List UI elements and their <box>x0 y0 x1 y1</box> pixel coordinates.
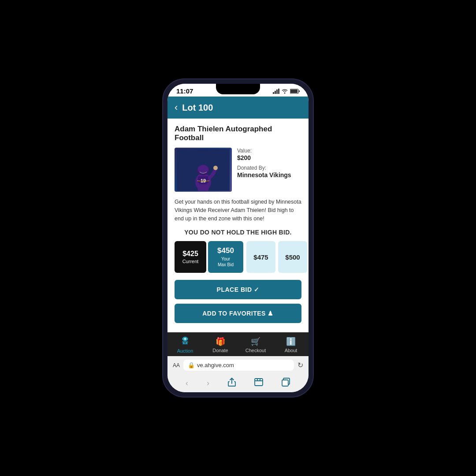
value-label: Value: <box>237 148 301 154</box>
browser-share-button[interactable] <box>228 378 236 389</box>
player-image: 19 <box>177 149 230 191</box>
back-button[interactable]: ‹ <box>175 102 178 113</box>
phone-frame: 11:07 <box>163 79 313 397</box>
browser-bookmarks-button[interactable] <box>254 378 263 389</box>
donate-icon: 🎁 <box>216 337 225 346</box>
svg-rect-1 <box>275 91 276 94</box>
bid-options: $425 Current $450 YourMax Bid $475 $500 … <box>175 241 301 273</box>
browser-tabs-button[interactable] <box>282 378 290 389</box>
checkout-nav-label: Checkout <box>245 348 266 353</box>
nav-item-checkout[interactable]: 🛒 Checkout <box>242 337 269 353</box>
svg-rect-15 <box>255 379 263 386</box>
bottom-nav: Auction 🎁 Donate 🛒 Checkout ℹ️ About <box>167 332 309 356</box>
bid-option-2[interactable]: $500 <box>278 241 307 273</box>
svg-point-13 <box>198 165 208 174</box>
browser-url-bar[interactable]: 🔒 ve.ahgive.com <box>183 360 294 371</box>
browser-reload-button[interactable]: ↻ <box>298 361 303 369</box>
battery-icon <box>290 89 300 94</box>
item-description: Get your hands on this football signed b… <box>175 198 301 223</box>
item-value: $200 <box>237 154 301 161</box>
add-favorites-label: ADD TO FAVORITES ♟ <box>202 310 274 317</box>
svg-rect-3 <box>278 89 279 94</box>
item-details: 19 <box>175 148 301 192</box>
nav-item-auction[interactable]: Auction <box>172 336 198 353</box>
about-icon: ℹ️ <box>286 337 296 346</box>
browser-back-button[interactable]: ‹ <box>186 379 188 388</box>
main-content: Adam Thielen Autographed Football 19 <box>167 119 309 332</box>
donated-by-label: Donated By: <box>237 165 301 171</box>
bid-option-1[interactable]: $475 <box>246 241 275 273</box>
browser-url: ve.ahgive.com <box>197 362 234 368</box>
checkout-icon: 🛒 <box>251 337 260 346</box>
header-title: Lot 100 <box>182 103 213 113</box>
selected-bid-label: YourMax Bid <box>214 256 237 268</box>
svg-rect-6 <box>290 89 298 93</box>
place-bid-button[interactable]: PLACE BID ✓ <box>175 280 301 299</box>
bid-status: YOU DO NOT HOLD THE HIGH BID. <box>175 229 301 236</box>
signal-icon <box>273 89 279 94</box>
app-header: ‹ Lot 100 <box>167 97 309 119</box>
svg-point-4 <box>284 92 286 93</box>
current-bid: $425 Current <box>175 241 206 273</box>
donate-nav-label: Donate <box>212 348 228 353</box>
phone-screen: 11:07 <box>167 84 309 392</box>
browser-bar: AA 🔒 ve.ahgive.com ↻ <box>167 356 309 374</box>
lock-icon: 🔒 <box>188 362 195 368</box>
auction-icon <box>180 336 190 347</box>
status-time: 11:07 <box>176 87 193 95</box>
svg-rect-7 <box>299 90 300 92</box>
svg-rect-0 <box>273 92 274 94</box>
current-bid-amount: $425 <box>179 250 202 258</box>
nav-item-about[interactable]: ℹ️ About <box>278 337 304 353</box>
selected-bid-amount: $450 <box>214 246 237 255</box>
item-image: 19 <box>175 148 232 192</box>
item-meta: Value: $200 Donated By: Minnesota Viking… <box>237 148 301 192</box>
browser-aa[interactable]: AA <box>173 362 180 368</box>
item-title: Adam Thielen Autographed Football <box>175 125 301 142</box>
selected-bid[interactable]: $450 YourMax Bid <box>208 241 243 273</box>
status-icons <box>273 89 300 94</box>
wifi-icon <box>281 89 288 94</box>
current-bid-label: Current <box>179 259 202 264</box>
browser-forward-button[interactable]: › <box>207 379 209 388</box>
auction-nav-label: Auction <box>177 348 193 353</box>
donated-by-value: Minnesota Vikings <box>237 171 301 178</box>
browser-nav-bar: ‹ › <box>167 374 309 392</box>
svg-rect-17 <box>282 380 288 386</box>
svg-text:19: 19 <box>201 178 206 183</box>
phone-notch <box>216 84 260 94</box>
add-favorites-button[interactable]: ADD TO FAVORITES ♟ <box>175 304 301 323</box>
svg-point-14 <box>213 166 218 170</box>
svg-rect-2 <box>276 89 278 94</box>
about-nav-label: About <box>285 348 298 353</box>
nav-item-donate[interactable]: 🎁 Donate <box>207 337 234 353</box>
place-bid-label: PLACE BID ✓ <box>217 286 260 293</box>
